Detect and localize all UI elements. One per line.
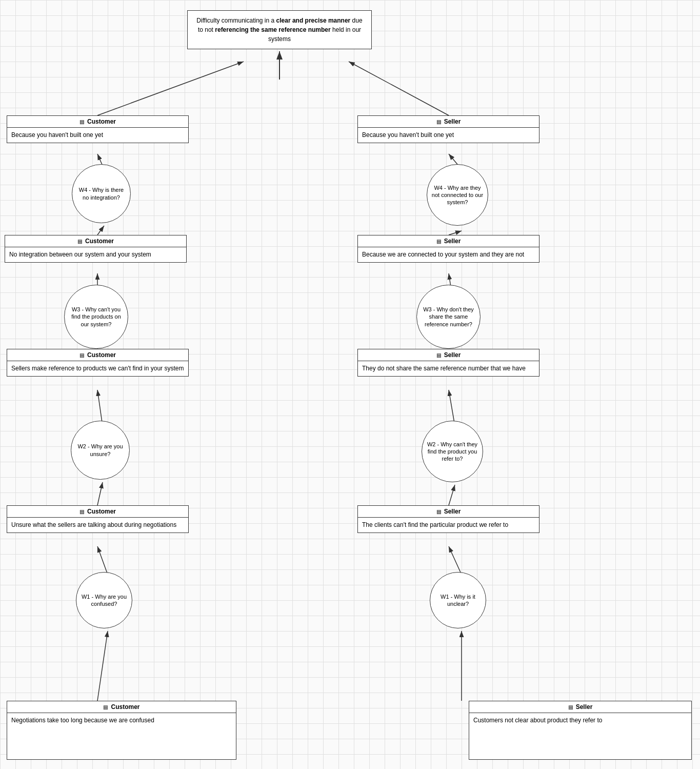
seller-body-4: Because you haven't built one yet bbox=[358, 128, 539, 143]
seller-node-1: ▤ Seller The clients can't find the part… bbox=[357, 505, 539, 533]
seller-header-1: ▤ Seller bbox=[358, 506, 539, 518]
svg-line-3 bbox=[97, 482, 103, 505]
seller-why-2: W2 - Why can't they find the product you… bbox=[422, 421, 483, 482]
svg-line-2 bbox=[97, 546, 108, 575]
seller-header-4: ▤ Seller bbox=[358, 116, 539, 128]
customer-why-3: W3 - Why can't you find the products on … bbox=[64, 285, 128, 349]
customer-body-0: Negotiations take too long because we ar… bbox=[7, 713, 236, 728]
customer-header-0: ▤ Customer bbox=[7, 701, 236, 713]
node-icon-1c: ▤ bbox=[79, 509, 84, 515]
customer-body-3: No integration between our system and yo… bbox=[5, 247, 186, 262]
customer-header-2: ▤ Customer bbox=[7, 349, 188, 361]
node-icon-0s: ▤ bbox=[568, 704, 573, 710]
node-icon-2s: ▤ bbox=[436, 352, 441, 358]
seller-why-3: W3 - Why don't they share the same refer… bbox=[416, 285, 481, 349]
customer-why-2: W2 - Why are you unsure? bbox=[71, 421, 130, 480]
svg-line-19 bbox=[349, 62, 449, 115]
seller-body-2: They do not share the same reference num… bbox=[358, 361, 539, 376]
seller-header-0: ▤ Seller bbox=[469, 701, 691, 713]
node-icon-3c: ▤ bbox=[77, 239, 82, 244]
svg-line-13 bbox=[449, 485, 455, 505]
top-box-text: Difficulty communicating in a clear and … bbox=[196, 17, 362, 43]
customer-why-4: W4 - Why is there no integration? bbox=[72, 164, 131, 223]
seller-header-3: ▤ Seller bbox=[358, 235, 539, 247]
top-problem-box: Difficulty communicating in a clear and … bbox=[187, 10, 372, 49]
customer-body-2: Sellers make reference to products we ca… bbox=[7, 361, 188, 376]
customer-node-2: ▤ Customer Sellers make reference to pro… bbox=[7, 349, 189, 377]
seller-body-0: Customers not clear about product they r… bbox=[469, 713, 691, 728]
svg-line-17 bbox=[449, 231, 462, 235]
svg-line-12 bbox=[449, 546, 462, 575]
seller-node-3: ▤ Seller Because we are connected to you… bbox=[357, 235, 539, 263]
seller-node-2: ▤ Seller They do not share the same refe… bbox=[357, 349, 539, 377]
customer-node-4: ▤ Customer Because you haven't built one… bbox=[7, 115, 189, 143]
diagram-canvas: Difficulty communicating in a clear and … bbox=[0, 0, 700, 769]
customer-body-4: Because you haven't built one yet bbox=[7, 128, 188, 143]
seller-body-3: Because we are connected to your system … bbox=[358, 247, 539, 262]
svg-line-10 bbox=[97, 62, 244, 115]
svg-line-8 bbox=[97, 226, 104, 235]
customer-node-1: ▤ Customer Unsure what the sellers are t… bbox=[7, 505, 189, 533]
node-icon-0c: ▤ bbox=[103, 704, 108, 710]
customer-why-1: W1 - Why are you confused? bbox=[76, 572, 132, 628]
customer-node-3: ▤ Customer No integration between our sy… bbox=[5, 235, 187, 263]
seller-why-1: W1 - Why is it unclear? bbox=[430, 572, 486, 628]
seller-node-0: ▤ Seller Customers not clear about produ… bbox=[469, 701, 692, 760]
node-icon-4s: ▤ bbox=[436, 119, 441, 125]
seller-node-4: ▤ Seller Because you haven't built one y… bbox=[357, 115, 539, 143]
seller-body-1: The clients can't find the particular pr… bbox=[358, 518, 539, 533]
customer-body-1: Unsure what the sellers are talking abou… bbox=[7, 518, 188, 533]
customer-header-1: ▤ Customer bbox=[7, 506, 188, 518]
svg-line-1 bbox=[97, 631, 108, 701]
node-icon-2c: ▤ bbox=[79, 352, 84, 358]
seller-why-4: W4 - Why are they not connected to our s… bbox=[427, 164, 488, 226]
node-icon-3s: ▤ bbox=[436, 239, 441, 244]
node-icon-4c: ▤ bbox=[79, 119, 84, 125]
customer-header-4: ▤ Customer bbox=[7, 116, 188, 128]
seller-header-2: ▤ Seller bbox=[358, 349, 539, 361]
customer-node-0: ▤ Customer Negotiations take too long be… bbox=[7, 701, 236, 760]
node-icon-1s: ▤ bbox=[436, 509, 441, 515]
customer-header-3: ▤ Customer bbox=[5, 235, 186, 247]
